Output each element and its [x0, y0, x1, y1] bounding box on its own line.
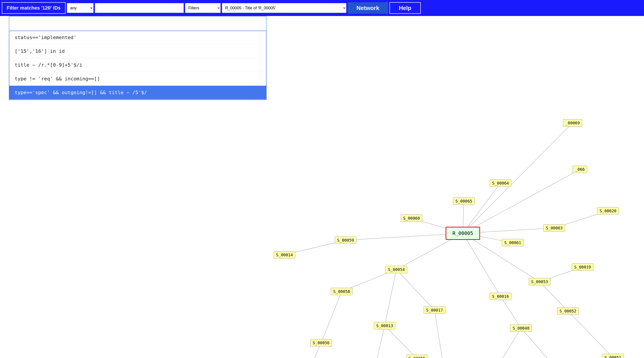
graph-edge: [500, 296, 521, 328]
graph-edge: [568, 311, 613, 358]
any-select[interactable]: any: [67, 3, 94, 13]
graph-edge: [463, 183, 501, 233]
graph-edge: [463, 170, 580, 234]
graph-node[interactable]: S_00055: [406, 355, 428, 358]
graph-edge: [463, 234, 540, 282]
graph-node[interactable]: R_00005: [446, 227, 480, 240]
graph-node[interactable]: S_00019: [572, 264, 594, 271]
graph-edge: [540, 282, 568, 311]
graph-node[interactable]: S_00065: [453, 198, 475, 205]
graph-edge: [521, 328, 554, 358]
graph-edge: [346, 234, 463, 240]
graph-node[interactable]: S_00064: [490, 180, 512, 187]
graph-node[interactable]: S_00056: [310, 339, 332, 346]
filters-select[interactable]: Filters: [185, 3, 220, 13]
graph-edge: [385, 270, 396, 326]
graph-edge: [321, 292, 342, 343]
graph-node[interactable]: S_00048: [510, 324, 532, 332]
graph-edge: [370, 326, 385, 358]
graph-node[interactable]: S_00052: [557, 307, 579, 315]
graph-edge: [498, 328, 521, 358]
dropdown-item[interactable]: ['15','16'] in id: [9, 44, 266, 58]
graph-node[interactable]: S_00014: [274, 251, 296, 258]
dropdown-item[interactable]: type != 'req' && incoming==[]: [9, 72, 266, 86]
graph-edge: [434, 310, 451, 358]
dropdown-items-list: status=='implemented'['15','16'] in idti…: [9, 31, 266, 100]
graph-edge: [385, 326, 417, 358]
graph-node[interactable]: S_00020: [597, 207, 619, 214]
graph-edge: [463, 234, 501, 296]
graph-node[interactable]: S_00060: [401, 214, 422, 222]
dropdown-item[interactable]: type=='spec' && outgoing!=[] && title ~ …: [9, 86, 266, 100]
graph-node[interactable]: S_00051: [602, 354, 624, 358]
search-input[interactable]: [95, 3, 184, 13]
filter-dropdown: status=='implemented'['15','16'] in idti…: [9, 16, 266, 100]
graph-node[interactable]: _066: [573, 166, 587, 173]
toolbar: Filter matches '120' IDs any Filters R_0…: [0, 0, 644, 16]
graph-node[interactable]: S_00053: [529, 278, 550, 286]
graph-node[interactable]: _00069: [563, 119, 582, 126]
graph-edge: [463, 123, 573, 234]
filter-label: Filter matches '120' IDs: [2, 2, 66, 14]
graph-node[interactable]: S_00054: [386, 266, 407, 273]
graph-node[interactable]: S_00061: [502, 239, 524, 246]
dropdown-search[interactable]: [9, 16, 266, 31]
help-button[interactable]: Help: [390, 2, 420, 14]
dropdown-item[interactable]: status=='implemented': [9, 31, 266, 44]
graph-edge: [396, 270, 434, 310]
graph-node[interactable]: S_00063: [543, 224, 565, 232]
graph-node[interactable]: S_00016: [490, 293, 512, 300]
graph-node[interactable]: S_00059: [335, 236, 356, 244]
graph-node[interactable]: S_00017: [424, 306, 446, 314]
graph-node[interactable]: S_00058: [331, 288, 352, 295]
node-select[interactable]: R_00005 - Title of 'R_00005': [222, 3, 346, 13]
graph-node[interactable]: S_00013: [374, 322, 396, 329]
network-button[interactable]: Network: [348, 2, 388, 14]
dropdown-item[interactable]: title ~ /r.*[0-9]+5'$/i: [9, 58, 266, 72]
